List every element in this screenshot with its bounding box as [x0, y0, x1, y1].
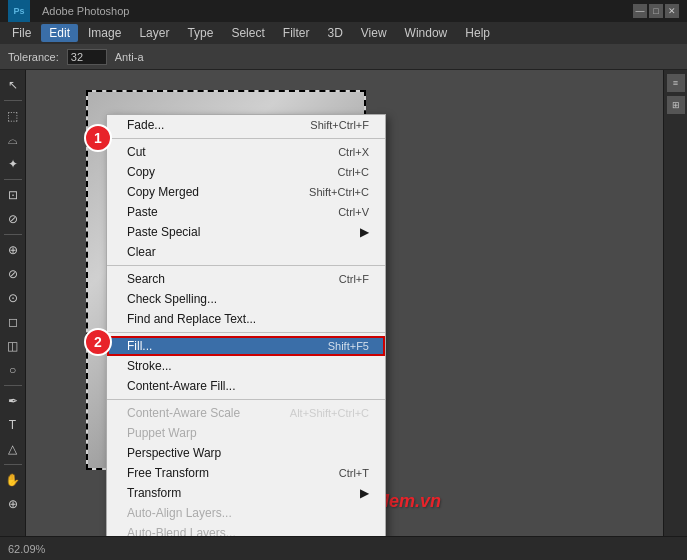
tool-lasso[interactable]: ⌓	[2, 129, 24, 151]
menu-find-replace[interactable]: Find and Replace Text...	[107, 309, 385, 329]
menu-auto-align: Auto-Align Layers...	[107, 503, 385, 523]
tool-dodge[interactable]: ○	[2, 359, 24, 381]
badge-2: 2	[84, 328, 112, 356]
menu-fade[interactable]: Fade... Shift+Ctrl+F	[107, 115, 385, 135]
separator-4	[107, 399, 385, 400]
menu-copy[interactable]: Copy Ctrl+C	[107, 162, 385, 182]
close-button[interactable]: ✕	[665, 4, 679, 18]
panel-btn-2[interactable]: ⊞	[667, 96, 685, 114]
tool-zoom[interactable]: ⊕	[2, 493, 24, 515]
panel-btn-1[interactable]: ≡	[667, 74, 685, 92]
status-bar: 62.09%	[0, 536, 687, 560]
tool-magic-wand[interactable]: ✦	[2, 153, 24, 175]
menu-paste[interactable]: Paste Ctrl+V	[107, 202, 385, 222]
maximize-button[interactable]: □	[649, 4, 663, 18]
tool-crop[interactable]: ⊡	[2, 184, 24, 206]
menu-search[interactable]: Search Ctrl+F	[107, 269, 385, 289]
menu-perspective-warp[interactable]: Perspective Warp	[107, 443, 385, 463]
menu-select[interactable]: Select	[223, 24, 272, 42]
tolerance-label: Tolerance:	[8, 51, 59, 63]
menu-file[interactable]: File	[4, 24, 39, 42]
tool-marquee[interactable]: ⬚	[2, 105, 24, 127]
tool-divider-5	[4, 464, 22, 465]
menu-window[interactable]: Window	[397, 24, 456, 42]
menu-bar: File Edit Image Layer Type Select Filter…	[0, 22, 687, 44]
tolerance-input[interactable]	[67, 49, 107, 65]
tool-hand[interactable]: ✋	[2, 469, 24, 491]
tool-text[interactable]: T	[2, 414, 24, 436]
title-text: Adobe Photoshop	[42, 5, 129, 17]
menu-edit[interactable]: Edit	[41, 24, 78, 42]
separator-1	[107, 138, 385, 139]
menu-stroke[interactable]: Stroke...	[107, 356, 385, 376]
menu-image[interactable]: Image	[80, 24, 129, 42]
tool-eyedropper[interactable]: ⊘	[2, 208, 24, 230]
antialias-label: Anti-a	[115, 51, 144, 63]
options-bar: Tolerance: Anti-a	[0, 44, 687, 70]
menu-layer[interactable]: Layer	[131, 24, 177, 42]
menu-copy-merged[interactable]: Copy Merged Shift+Ctrl+C	[107, 182, 385, 202]
edit-dropdown-menu: Fade... Shift+Ctrl+F Cut Ctrl+X Copy Ctr…	[106, 114, 386, 536]
tool-divider-4	[4, 385, 22, 386]
menu-cut[interactable]: Cut Ctrl+X	[107, 142, 385, 162]
tool-pen[interactable]: ✒	[2, 390, 24, 412]
menu-3d[interactable]: 3D	[319, 24, 350, 42]
tool-divider-2	[4, 179, 22, 180]
tool-gradient[interactable]: ◫	[2, 335, 24, 357]
tool-move[interactable]: ↖	[2, 74, 24, 96]
menu-puppet-warp: Puppet Warp	[107, 423, 385, 443]
menu-auto-blend: Auto-Blend Layers...	[107, 523, 385, 536]
canvas-area: ThuThuatPhanMem.vn Fade... Shift+Ctrl+F …	[26, 70, 663, 536]
menu-view[interactable]: View	[353, 24, 395, 42]
ps-logo: Ps	[8, 0, 30, 22]
zoom-level: 62.09%	[8, 543, 45, 555]
menu-transform[interactable]: Transform ▶	[107, 483, 385, 503]
menu-fill[interactable]: Fill... Shift+F5	[107, 336, 385, 356]
menu-free-transform[interactable]: Free Transform Ctrl+T	[107, 463, 385, 483]
title-bar: Ps Adobe Photoshop — □ ✕	[0, 0, 687, 22]
menu-content-aware-scale: Content-Aware Scale Alt+Shift+Ctrl+C	[107, 403, 385, 423]
menu-clear[interactable]: Clear	[107, 242, 385, 262]
tool-eraser[interactable]: ◻	[2, 311, 24, 333]
badge-1: 1	[84, 124, 112, 152]
tool-brush[interactable]: ⊘	[2, 263, 24, 285]
tool-clone[interactable]: ⊙	[2, 287, 24, 309]
tool-healing[interactable]: ⊕	[2, 239, 24, 261]
menu-type[interactable]: Type	[179, 24, 221, 42]
menu-paste-special[interactable]: Paste Special ▶	[107, 222, 385, 242]
right-panel: ≡ ⊞	[663, 70, 687, 536]
minimize-button[interactable]: —	[633, 4, 647, 18]
title-bar-left: Ps Adobe Photoshop	[8, 0, 129, 22]
title-bar-controls[interactable]: — □ ✕	[633, 4, 679, 18]
tool-shape[interactable]: △	[2, 438, 24, 460]
separator-3	[107, 332, 385, 333]
tool-divider-1	[4, 100, 22, 101]
menu-content-aware-fill[interactable]: Content-Aware Fill...	[107, 376, 385, 396]
left-toolbar: ↖ ⬚ ⌓ ✦ ⊡ ⊘ ⊕ ⊘ ⊙ ◻ ◫ ○ ✒ T △ ✋ ⊕	[0, 70, 26, 536]
tool-divider-3	[4, 234, 22, 235]
main-area: ↖ ⬚ ⌓ ✦ ⊡ ⊘ ⊕ ⊘ ⊙ ◻ ◫ ○ ✒ T △ ✋ ⊕	[0, 70, 687, 536]
menu-help[interactable]: Help	[457, 24, 498, 42]
menu-filter[interactable]: Filter	[275, 24, 318, 42]
separator-2	[107, 265, 385, 266]
menu-check-spelling[interactable]: Check Spelling...	[107, 289, 385, 309]
